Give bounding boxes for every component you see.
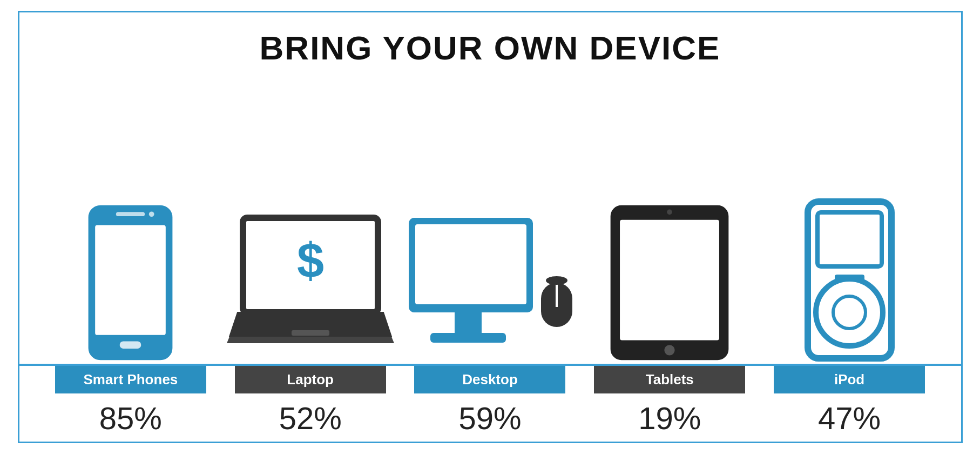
label-col-smartphone: Smart Phones 85% [41,366,221,442]
devices-row: $ [19,83,961,364]
svg-point-24 [833,296,866,329]
label-col-ipod: iPod 47% [760,366,940,442]
smartphone-icon-area [83,191,178,364]
svg-rect-2 [116,212,145,216]
device-col-smartphone [41,191,221,364]
laptop-icon: $ [227,212,394,364]
svg-rect-17 [620,220,719,340]
ipod-icon-area [802,191,897,364]
label-row: Smart Phones 85% Laptop 52% Desktop 59% … [19,366,961,442]
ipod-percentage: 47% [818,400,881,436]
device-col-laptop: $ [220,191,400,364]
tablet-percentage: 19% [638,400,701,436]
desktop-percentage: 59% [458,400,521,436]
page-title: BRING YOUR OWN DEVICE [260,29,721,67]
svg-rect-22 [821,216,878,263]
laptop-percentage: 52% [279,400,342,436]
svg-rect-8 [292,330,329,336]
desktop-icon [403,212,576,364]
svg-rect-4 [120,341,141,349]
tablet-icon [605,202,734,364]
device-col-desktop [400,191,580,364]
label-col-laptop: Laptop 52% [220,366,400,442]
ipod-label: iPod [774,366,925,393]
svg-point-19 [667,210,672,215]
smartphone-icon [83,202,178,364]
svg-point-15 [546,276,567,285]
laptop-label: Laptop [235,366,386,393]
svg-rect-11 [455,312,482,334]
svg-rect-25 [835,275,864,281]
svg-point-3 [149,211,154,217]
smartphone-label: Smart Phones [55,366,206,393]
device-col-tablet [580,191,760,364]
smartphone-percentage: 85% [99,400,162,436]
svg-point-18 [665,345,675,355]
tablet-icon-area [605,191,734,364]
main-container: BRING YOUR OWN DEVICE [18,11,963,443]
label-col-tablet: Tablets 19% [580,366,760,442]
tablet-label: Tablets [594,366,745,393]
svg-rect-1 [96,225,166,335]
laptop-icon-area: $ [227,191,394,364]
svg-rect-12 [430,333,506,343]
svg-text:$: $ [297,233,324,288]
device-col-ipod [760,191,940,364]
label-col-desktop: Desktop 59% [400,366,580,442]
svg-rect-10 [415,224,526,304]
desktop-label: Desktop [414,366,565,393]
desktop-icon-area [403,191,576,364]
ipod-icon [802,196,897,364]
